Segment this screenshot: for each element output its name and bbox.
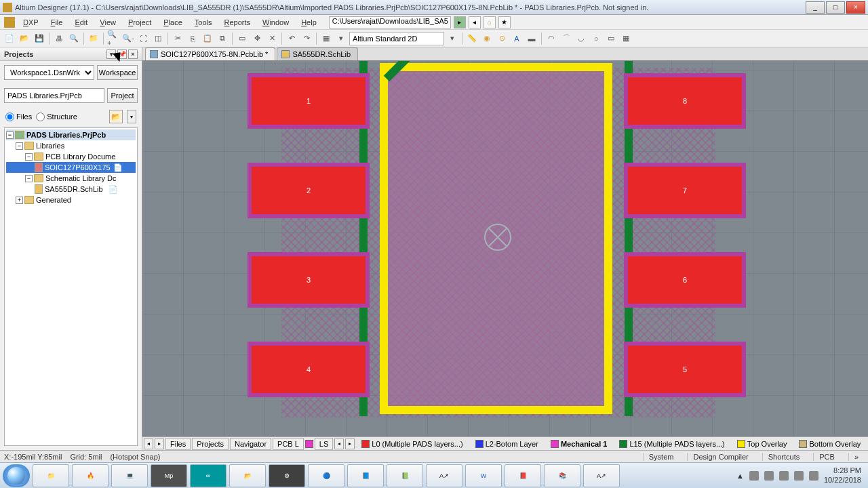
zoom-fit-button[interactable]: ⛶ <box>136 32 150 45</box>
preview-button[interactable]: 🔍 <box>67 32 81 45</box>
task-app-4[interactable]: ⚙ <box>269 464 305 487</box>
tray-icon-1[interactable] <box>749 471 759 481</box>
project-tree[interactable]: − PADS Libraries.PrjPcb − Libraries − PC… <box>4 127 138 446</box>
array-button[interactable]: ▦ <box>619 32 633 45</box>
bottom-tab-files[interactable]: Files <box>165 438 191 450</box>
task-chrome[interactable]: 🔵 <box>308 464 344 487</box>
bottom-tab-navigator[interactable]: Navigator <box>230 438 271 450</box>
pcb-canvas[interactable]: 1 2 3 4 5 6 7 8 <box>142 61 868 436</box>
zoom-in-button[interactable]: 🔍+ <box>106 32 120 45</box>
path-back-button[interactable]: ◂ <box>469 16 481 28</box>
zoom-out-button[interactable]: 🔍- <box>121 32 135 45</box>
layer-bot-overlay[interactable]: Bottom Overlay <box>793 440 866 448</box>
grid-dropdown-button[interactable]: ▾ <box>334 32 348 45</box>
tree-generated[interactable]: + Generated <box>6 195 136 205</box>
layer-nav-prev[interactable]: ◂ <box>334 439 344 449</box>
filter-arrow-button[interactable]: ▾ <box>127 110 136 123</box>
panel-pin-button[interactable]: 📌 <box>117 49 127 59</box>
arc-edge-button[interactable]: ⌒ <box>559 32 573 45</box>
clock[interactable]: 8:28 PM 10/22/2018 <box>824 466 861 484</box>
pad-1[interactable]: 1 <box>248 73 370 129</box>
bottom-tab-projects[interactable]: Projects <box>192 438 229 450</box>
task-word[interactable]: W <box>465 464 502 487</box>
layer-l2[interactable]: L2-Botom Layer <box>470 440 544 448</box>
task-app-2[interactable]: 💻 <box>111 464 148 487</box>
tree-sch-item[interactable]: SA555DR.SchLib 📄 <box>6 184 136 195</box>
menu-place[interactable]: Place <box>158 17 188 28</box>
close-button[interactable]: × <box>846 1 865 14</box>
menu-window[interactable]: Window <box>257 17 294 28</box>
radio-files[interactable]: Files <box>5 113 32 121</box>
tree-pcb-lib[interactable]: − PCB Library Docume <box>6 151 136 162</box>
dimension-button[interactable]: 📏 <box>465 32 479 45</box>
start-button[interactable] <box>3 464 30 487</box>
task-app-3[interactable]: Mp <box>151 464 187 487</box>
task-app-1[interactable]: 🔥 <box>72 464 108 487</box>
select-button[interactable]: ▭ <box>235 32 249 45</box>
layer-nav-next[interactable]: ▸ <box>345 439 355 449</box>
layer-l15[interactable]: L15 (Multiple PADS layers...) <box>614 440 730 448</box>
panel-close-button[interactable]: × <box>128 49 138 59</box>
ls-tab[interactable]: LS <box>315 438 333 450</box>
rectangle-button[interactable]: ▭ <box>604 32 618 45</box>
redo-button[interactable]: ↷ <box>300 32 313 45</box>
pad-8[interactable]: 8 <box>624 73 746 129</box>
path-box[interactable]: C:\Users\rajat\Downloads\LIB_SA5 <box>329 16 451 28</box>
tray-icon-2[interactable] <box>764 471 774 481</box>
task-altium-2[interactable]: A↗ <box>583 464 620 487</box>
filter-button[interactable]: 📂 <box>109 110 123 123</box>
task-app-6[interactable]: 📗 <box>387 464 423 487</box>
tray-expand-icon[interactable]: ▲ <box>736 472 744 480</box>
tray-network-icon[interactable] <box>794 471 804 481</box>
open-project-button[interactable]: 📁 <box>87 32 100 45</box>
menu-view[interactable]: View <box>94 17 121 28</box>
task-arduino[interactable]: ∞ <box>190 464 226 487</box>
task-explorer-2[interactable]: 📂 <box>229 464 266 487</box>
open-button[interactable]: 📂 <box>18 32 31 45</box>
bottom-nav-prev[interactable]: ▸ <box>155 439 164 449</box>
tab-pcblib[interactable]: SOIC127P600X175-8N.PcbLib * <box>145 47 275 60</box>
status-menu-button[interactable]: » <box>848 453 864 461</box>
copy-button[interactable]: ⎘ <box>186 32 199 45</box>
view-mode-arrow[interactable]: ▾ <box>446 32 459 45</box>
dxp-icon[interactable] <box>4 17 15 28</box>
arc-any-button[interactable]: ◡ <box>574 32 588 45</box>
save-button[interactable]: 💾 <box>33 32 46 45</box>
tree-pcb-item[interactable]: SOIC127P600X175 📄 <box>6 162 136 173</box>
menu-help[interactable]: Help <box>296 17 322 28</box>
task-explorer[interactable]: 📁 <box>33 464 69 487</box>
pad-7[interactable]: 7 <box>624 163 746 218</box>
menu-edit[interactable]: Edit <box>69 17 93 28</box>
pad-2[interactable]: 2 <box>248 163 370 218</box>
layer-top-overlay[interactable]: Top Overlay <box>732 440 793 448</box>
tree-libraries[interactable]: − Libraries <box>6 140 136 151</box>
tray-icon-3[interactable] <box>779 471 789 481</box>
tree-sch-lib[interactable]: − Schematic Library Dc <box>6 173 136 184</box>
tab-schlib[interactable]: SA555DR.SchLib <box>277 47 358 60</box>
menu-reports[interactable]: Reports <box>218 17 256 28</box>
pad-4[interactable]: 4 <box>248 342 370 397</box>
pad-6[interactable]: 6 <box>624 252 746 308</box>
grid-button[interactable]: ▦ <box>319 32 333 45</box>
tray-volume-icon[interactable] <box>809 471 818 481</box>
via-button[interactable]: ⊙ <box>495 32 509 45</box>
maximize-button[interactable]: □ <box>826 1 845 14</box>
pad-5[interactable]: 5 <box>624 342 746 397</box>
pad-3[interactable]: 3 <box>248 252 370 308</box>
move-button[interactable]: ✥ <box>250 32 264 45</box>
cut-button[interactable]: ✂ <box>171 32 184 45</box>
workspace-select[interactable]: Workspace1.DsnWrk <box>4 65 94 80</box>
status-design-compiler[interactable]: Design Compiler <box>687 453 753 461</box>
workspace-button[interactable]: Workspace <box>97 65 138 80</box>
full-circle-button[interactable]: ○ <box>589 32 603 45</box>
new-button[interactable]: 📄 <box>3 32 16 45</box>
view-mode-select[interactable]: Altium Standard 2D <box>349 32 444 45</box>
duplicate-button[interactable]: ⧉ <box>216 32 229 45</box>
menu-file[interactable]: File <box>45 17 68 28</box>
layer-m1[interactable]: Mechanical 1 <box>545 440 612 448</box>
text-button[interactable]: A <box>510 32 524 45</box>
undo-button[interactable]: ↶ <box>285 32 298 45</box>
status-system[interactable]: System <box>643 453 679 461</box>
panel-dropdown-button[interactable]: ▾ <box>106 49 116 59</box>
menu-dxp[interactable]: DXP <box>18 17 44 28</box>
